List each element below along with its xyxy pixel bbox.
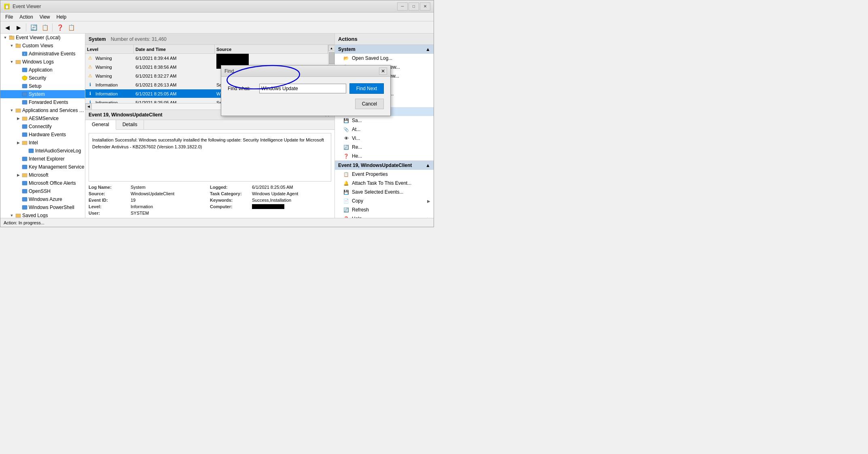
col-header-source: Source [215, 45, 328, 53]
find-next-button[interactable]: Find Next [349, 83, 384, 94]
action-save-selected[interactable]: 💾 Save Selected Events... [335, 188, 434, 196]
root-toggle[interactable]: ▼ [2, 34, 8, 41]
tree-item-application[interactable]: ▶ Application [0, 66, 85, 74]
action-save[interactable]: 💾 Sa... [335, 116, 434, 125]
prop-log-name-value: System [131, 185, 146, 190]
center-panel: System Number of events: 31,460 Level Da… [85, 34, 334, 218]
action-help[interactable]: ❓ Help ▶ [335, 214, 434, 218]
event-detail-content: Installation Successful: Windows success… [85, 130, 334, 218]
event-message-box: Installation Successful: Windows success… [89, 133, 331, 182]
action-refresh2[interactable]: 🔄 Refresh [335, 205, 434, 214]
custom-views-icon [15, 42, 21, 49]
action-open-saved[interactable]: 📂 Open Saved Log... [335, 54, 434, 63]
event19-section-header[interactable]: Event 19, WindowsUpdateClient ▲ [335, 161, 434, 170]
find-dialog-body: Find what: Find Next Cancel [221, 77, 390, 116]
custom-views-toggle[interactable]: ▼ [8, 42, 15, 49]
find-dialog-close-button[interactable]: ✕ [379, 68, 387, 75]
action-view[interactable]: 👁 Vi... [335, 134, 434, 143]
tree-item-saved-logs[interactable]: ▼ Saved Logs [0, 211, 85, 218]
action-save-selected-label: Save Selected Events... [352, 189, 403, 195]
tree-item-powershell[interactable]: ▶ Windows PowerShell [0, 203, 85, 211]
svg-rect-22 [22, 181, 27, 185]
tree-item-intelajs[interactable]: ▶ IntelAudioServiceLog [0, 147, 85, 155]
intelajs-toggle: ▶ [21, 148, 28, 154]
app-icon: 📋 [4, 3, 10, 10]
intel-toggle[interactable]: ▶ [15, 139, 21, 146]
print-button[interactable]: 📋 [40, 23, 50, 32]
refresh-icon: 🔄 [343, 144, 349, 150]
prop-event-id: Event ID: 19 [89, 198, 210, 203]
tree-item-azure[interactable]: ▶ Windows Azure [0, 195, 85, 203]
col-header-level: Level [85, 45, 134, 53]
tree-item-security[interactable]: ▶ Security [0, 74, 85, 82]
action-attach[interactable]: 📎 At... [335, 125, 434, 134]
action-copy[interactable]: 📄 Copy ▶ [335, 196, 434, 205]
svg-rect-20 [22, 165, 27, 169]
security-icon [21, 75, 28, 81]
event-row-0[interactable]: ⚠ Warning 6/1/2021 8:39:44 AM [85, 54, 328, 63]
tree-item-ie[interactable]: ▶ Internet Explorer [0, 155, 85, 163]
saved-logs-toggle[interactable]: ▼ [8, 212, 15, 218]
tree-item-intel[interactable]: ▶ Intel [0, 139, 85, 147]
tree-item-apps-services[interactable]: ▼ Applications and Services Lo... [0, 106, 85, 114]
scroll-up-arrow[interactable]: ▲ [328, 45, 335, 51]
cancel-button[interactable]: Cancel [355, 99, 384, 109]
action-event-props[interactable]: 📋 Event Properties [335, 170, 434, 179]
tab-details[interactable]: Details [116, 120, 144, 129]
prop-logged: Logged: 6/1/2021 8:25:05 AM [210, 185, 331, 190]
key-mgmt-icon [21, 164, 28, 170]
setup-toggle: ▶ [15, 83, 21, 89]
tree-item-setup[interactable]: ▶ Setup [0, 82, 85, 90]
tree-item-windows-logs[interactable]: ▼ Windows Logs [0, 58, 85, 66]
tab-general[interactable]: General [85, 120, 116, 130]
minimize-button[interactable]: ─ [397, 2, 408, 11]
tree-root[interactable]: ▼ Event Viewer (Local) [0, 34, 85, 42]
tree-item-admin-events[interactable]: ▶ i Administrative Events [0, 50, 85, 58]
prop-computer-label: Computer: [210, 204, 250, 209]
scroll-left-arrow[interactable]: ◀ [85, 103, 92, 110]
maximize-button[interactable]: □ [409, 2, 419, 11]
help-button[interactable]: ❓ [55, 23, 65, 32]
aesm-toggle[interactable]: ▶ [15, 115, 21, 122]
tree-item-forwarded[interactable]: ▶ Forwarded Events [0, 98, 85, 106]
apps-services-toggle[interactable]: ▼ [8, 107, 15, 114]
azure-toggle: ▶ [15, 196, 21, 203]
tree-item-system[interactable]: ▶ System [0, 90, 85, 98]
scroll-thumb[interactable] [329, 52, 334, 64]
menu-action[interactable]: Action [16, 13, 36, 21]
windows-logs-toggle[interactable]: ▼ [8, 59, 15, 65]
warning-icon-0: ⚠ [87, 55, 93, 61]
openssh-icon [21, 188, 28, 194]
close-button[interactable]: ✕ [420, 2, 430, 11]
tree-item-key-mgmt[interactable]: ▶ Key Management Service [0, 163, 85, 171]
action-attach-task-event[interactable]: 🔔 Attach Task To This Event... [335, 179, 434, 188]
event-row-4-date: 6/1/2021 8:25:05 AM [134, 91, 215, 96]
microsoft-toggle[interactable]: ▶ [15, 172, 21, 178]
svg-rect-18 [29, 149, 34, 153]
ie-toggle: ▶ [15, 156, 21, 162]
info-icon-5: ℹ [87, 99, 93, 103]
system-section-header[interactable]: System ▲ [335, 45, 434, 54]
windows-logs-label: Windows Logs [22, 59, 54, 65]
action-help-sys[interactable]: ❓ He... [335, 152, 434, 160]
back-button[interactable]: ◀ [2, 23, 13, 32]
find-what-input[interactable] [259, 84, 346, 93]
menu-file[interactable]: File [2, 13, 16, 21]
refresh-button[interactable]: 🔄 [28, 23, 39, 32]
tree-item-custom-views[interactable]: ▼ Custom Views [0, 42, 85, 50]
tree-item-openssh[interactable]: ▶ OpenSSH [0, 187, 85, 195]
window-title: Event Viewer [13, 4, 397, 9]
tree-item-ms-office[interactable]: ▶ Microsoft Office Alerts [0, 179, 85, 187]
menu-help[interactable]: Help [53, 13, 70, 21]
export-button[interactable]: 📋 [66, 23, 76, 32]
tree-item-microsoft[interactable]: ▶ Microsoft [0, 171, 85, 179]
tree-item-aesmservice[interactable]: ▶ AESMService [0, 114, 85, 122]
tree-item-connectify[interactable]: ▶ Connectify [0, 122, 85, 131]
forward-button[interactable]: ▶ [13, 23, 24, 32]
svg-rect-23 [22, 189, 27, 193]
action-open-saved-label: Open Saved Log... [352, 55, 392, 61]
attach-task-event-icon: 🔔 [343, 180, 349, 186]
action-refresh[interactable]: 🔄 Re... [335, 143, 434, 152]
tree-item-hardware[interactable]: ▶ Hardware Events [0, 131, 85, 139]
menu-view[interactable]: View [36, 13, 53, 21]
